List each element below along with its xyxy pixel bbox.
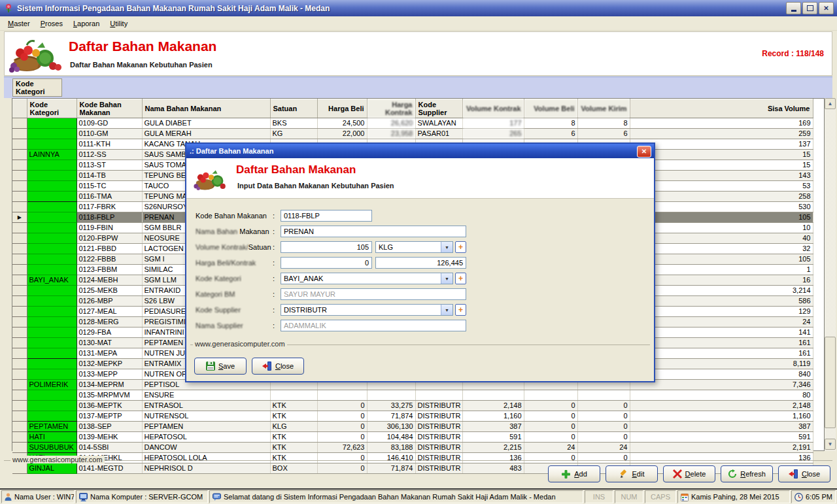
supplier-combo[interactable]: DISTRIBUTR ▼ bbox=[281, 304, 453, 316]
cell-hk: 33,275 bbox=[367, 401, 415, 411]
exit-door-icon bbox=[789, 469, 798, 479]
delete-button[interactable]: Delete bbox=[663, 465, 715, 482]
kategori-combo[interactable]: BAYI_ANAK ▼ bbox=[281, 273, 453, 284]
column-header-satuan[interactable]: Satuan bbox=[270, 99, 317, 118]
satuan-combo[interactable]: KLG ▼ bbox=[375, 241, 453, 253]
harga-beli-input[interactable]: 0 bbox=[281, 257, 372, 269]
cell-nama: GULA MERAH bbox=[142, 129, 270, 139]
cell-nama: HEPATOSOL bbox=[142, 432, 270, 443]
grid-row[interactable]: 0135-MRPMVMENSURE80 bbox=[12, 390, 813, 401]
cell-sup: DISTRIBUTR bbox=[415, 453, 462, 463]
restore-button[interactable] bbox=[802, 2, 817, 14]
grid-vertical-scrollbar[interactable]: ▲ ▼ bbox=[825, 98, 836, 451]
grid-row[interactable]: PEPTAMEN0138-SEPPEPTAMENKLG0306,130DISTR… bbox=[12, 422, 813, 432]
volume-kontrak-input[interactable]: 105 bbox=[281, 241, 372, 253]
cell-hk: 26,620 bbox=[367, 118, 415, 129]
harga-kontrak-input[interactable]: 126,445 bbox=[375, 257, 466, 269]
grid-row[interactable]: 0109-GDGULA DIABETBKS24,50026,620SWALAYA… bbox=[12, 118, 813, 129]
title-bar: Sistem Informasi Pengadaan Bahan Makanan… bbox=[0, 0, 837, 16]
grid-row[interactable]: 0136-MEPTKENTRASOLKTK033,275DISTRIBUTR2,… bbox=[12, 401, 813, 411]
field-row-kategori: Kode Kategori : BAYI_ANAK ▼ + bbox=[196, 272, 466, 285]
column-header-sup[interactable]: Kode Supplier bbox=[415, 99, 462, 118]
add-button[interactable]: Add bbox=[548, 465, 600, 482]
supplier-combo-arrow-icon[interactable]: ▼ bbox=[441, 305, 453, 315]
scroll-down-button[interactable]: ▼ bbox=[825, 439, 836, 450]
page-subtitle: Daftar Bahan Makanan Kebutuhan Pasien bbox=[70, 61, 213, 69]
row-handle bbox=[12, 317, 27, 328]
column-header-hk[interactable]: Harga Kontrak bbox=[367, 99, 415, 118]
cell-satuan: KTK bbox=[270, 401, 317, 411]
grid-row[interactable]: SUSUBUBUK014-5SBIDANCOWKTK72,62383,188DI… bbox=[12, 443, 813, 453]
cell-kode: 0126-MBP bbox=[77, 296, 142, 307]
dialog-subheading: Input Data Bahan Makanan Kebutuhan Pasie… bbox=[237, 182, 394, 190]
row-handle bbox=[12, 338, 27, 348]
group-by-chip-kode-kategori[interactable]: Kode Kategori bbox=[12, 78, 62, 97]
cell-nama: PEPTAMEN bbox=[142, 422, 270, 432]
message-bubble-icon bbox=[213, 493, 221, 501]
column-header-nama[interactable]: Nama Bahan Makanan bbox=[142, 99, 270, 118]
dialog-close-button[interactable]: Close bbox=[252, 358, 304, 375]
menu-proses[interactable]: Proses bbox=[35, 18, 68, 29]
row-handle bbox=[12, 307, 27, 317]
refresh-button[interactable]: Refresh bbox=[721, 465, 773, 482]
column-header-vki[interactable]: Volume Kirim bbox=[577, 99, 630, 118]
cell-hb: 0 bbox=[317, 401, 367, 411]
cell-sisa: 10 bbox=[630, 223, 813, 233]
edit-button[interactable]: Edit bbox=[606, 465, 658, 482]
column-header-vb[interactable]: Volume Beli bbox=[524, 99, 577, 118]
column-header-cat[interactable]: Kode Kategori bbox=[27, 99, 77, 118]
plus-icon bbox=[561, 469, 571, 479]
row-handle bbox=[12, 348, 27, 359]
minimize-button[interactable] bbox=[786, 2, 801, 14]
cell-sisa: 53 bbox=[630, 181, 813, 192]
close-button[interactable]: ✕ bbox=[819, 2, 834, 14]
cell-hb: 0 bbox=[317, 463, 367, 474]
floppy-disk-icon bbox=[206, 361, 215, 371]
dialog-close-icon[interactable]: ✕ bbox=[637, 146, 651, 158]
kode-bahan-input[interactable]: 0118-FBLP bbox=[281, 210, 372, 222]
column-header-kode[interactable]: Kode Bahan Makanan bbox=[77, 99, 142, 118]
cell-vk: 2,215 bbox=[462, 443, 524, 453]
add-satuan-button[interactable]: + bbox=[455, 241, 466, 253]
grid-row[interactable]: 0110-GMGULA MERAHKG22,00023,958PASAR0126… bbox=[12, 129, 813, 139]
menu-utility[interactable]: Utility bbox=[105, 18, 133, 29]
satuan-combo-arrow-icon[interactable]: ▼ bbox=[441, 242, 453, 252]
add-kategori-button[interactable]: + bbox=[455, 273, 466, 284]
cell-kode: 0112-SS bbox=[77, 150, 142, 160]
column-header-vk[interactable]: Volume Kontrak bbox=[462, 99, 524, 118]
add-supplier-button[interactable]: + bbox=[455, 304, 466, 316]
row-handle bbox=[12, 432, 27, 443]
cell-sisa: 105 bbox=[630, 212, 813, 223]
close-button-footer[interactable]: Close bbox=[778, 465, 830, 482]
column-header-sisa[interactable]: Sisa Volume bbox=[630, 99, 813, 118]
cell-kode: 0115-TC bbox=[77, 181, 142, 192]
cell-sup: DISTRIBUTR bbox=[415, 432, 462, 443]
row-handle bbox=[12, 139, 27, 150]
user-icon bbox=[5, 493, 12, 501]
scroll-thumb[interactable] bbox=[825, 337, 836, 428]
cell-sisa: 40 bbox=[630, 233, 813, 244]
cell-vk: 2,148 bbox=[462, 401, 524, 411]
grid-row[interactable]: HATI0139-MEHKHEPATOSOLKTK0104,484DISTRIB… bbox=[12, 432, 813, 443]
cell-hb: 24,500 bbox=[317, 118, 367, 129]
group-by-band: Kode Kategori bbox=[4, 76, 832, 98]
cell-kode: 0117-FBRK bbox=[77, 202, 142, 212]
nama-bahan-input[interactable]: PRENAN bbox=[281, 226, 466, 237]
kategori-combo-arrow-icon[interactable]: ▼ bbox=[441, 273, 453, 284]
grid-row[interactable]: 0137-MEPTPNUTRENSOLKTK071,874DISTRIBUTR1… bbox=[12, 411, 813, 422]
cell-sisa: 137 bbox=[630, 139, 813, 150]
cell-vk bbox=[462, 390, 524, 401]
scroll-up-button[interactable]: ▲ bbox=[825, 98, 836, 109]
menu-laporan[interactable]: Laporan bbox=[68, 18, 105, 29]
grid-row[interactable]: HATI0140-MEHKLHEPATOSOL LOLAKTK0146,410D… bbox=[12, 453, 813, 463]
cell-kode: 0114-TB bbox=[77, 171, 142, 181]
dialog-title-bar: .: Daftar Bahan Makanan ✕ bbox=[186, 144, 654, 158]
cell-nama: HEPATOSOL LOLA bbox=[142, 453, 270, 463]
save-button[interactable]: Save bbox=[194, 358, 247, 375]
cell-sup: DISTRIBUTR bbox=[415, 463, 462, 474]
cell-vb: 0 bbox=[524, 432, 577, 443]
menu-master[interactable]: Master bbox=[3, 18, 35, 29]
cell-kode: 0113-ST bbox=[77, 160, 142, 171]
column-header-hb[interactable]: Harga Beli bbox=[317, 99, 367, 118]
column-header-handle bbox=[12, 99, 27, 118]
